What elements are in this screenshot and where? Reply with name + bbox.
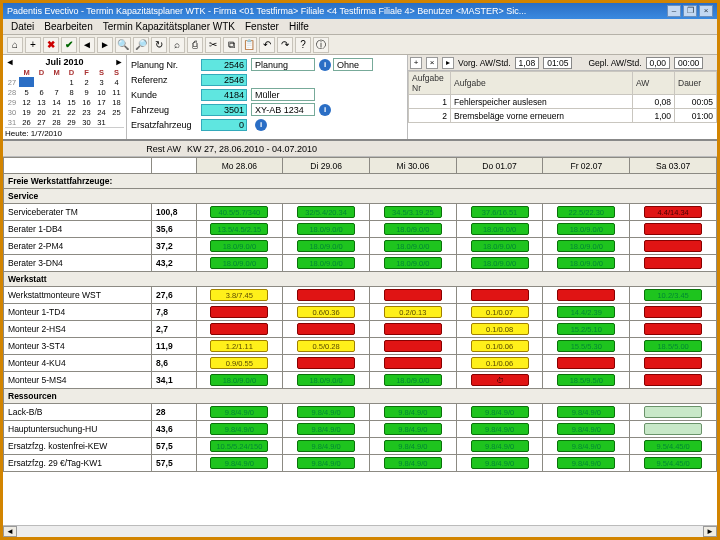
sched-cell[interactable]: 9.8/4.9/0 [456, 404, 543, 421]
cal-day[interactable]: 5 [19, 87, 34, 97]
sched-cell[interactable]: 18.0/9.0/0 [196, 238, 283, 255]
capacity-pill[interactable]: 15.2/5.10 [557, 323, 615, 335]
scroll-left-icon[interactable]: ◄ [3, 526, 17, 537]
plan-field2-0[interactable]: Ohne [333, 58, 373, 71]
capacity-pill[interactable] [644, 223, 702, 235]
sched-cell[interactable]: 0.5/0.28 [283, 338, 370, 355]
x-red-icon[interactable]: ✖ [43, 37, 59, 53]
day-header[interactable]: Di 29.06 [283, 158, 370, 174]
sched-cell[interactable] [283, 355, 370, 372]
capacity-pill[interactable]: 9.8/4.9/0 [384, 440, 442, 452]
day-header[interactable]: Mo 28.06 [196, 158, 283, 174]
menu-bearbeiten[interactable]: Bearbeiten [40, 21, 96, 32]
capacity-pill[interactable]: 9.8/4.9/0 [210, 406, 268, 418]
cal-day[interactable]: 27 [34, 117, 49, 127]
sched-cell[interactable]: 18.0/9.0/0 [283, 372, 370, 389]
menu-datei[interactable]: Datei [7, 21, 38, 32]
help-icon[interactable]: ? [295, 37, 311, 53]
sched-cell[interactable]: 18.0/9.0/0 [369, 221, 456, 238]
menu-fenster[interactable]: Fenster [241, 21, 283, 32]
cal-prev-icon[interactable]: ◄ [5, 57, 15, 67]
sched-cell[interactable]: 15.2/5.10 [543, 321, 630, 338]
capacity-pill[interactable]: 34.5/3.19.25 [384, 206, 442, 218]
sched-cell[interactable]: 9.8/4.9/0 [543, 438, 630, 455]
capacity-pill[interactable] [644, 240, 702, 252]
sched-cell[interactable]: 18.0/9.0/0 [196, 255, 283, 272]
sched-cell[interactable]: 10.5/5.24/150 [196, 438, 283, 455]
capacity-pill[interactable] [644, 257, 702, 269]
cal-day[interactable]: 13 [34, 97, 49, 107]
sched-cell[interactable]: 15.5/5.30 [543, 338, 630, 355]
sched-cell[interactable]: 18.0/9.0/0 [456, 221, 543, 238]
capacity-pill[interactable]: 0.1/0.06 [471, 340, 529, 352]
sched-cell[interactable]: 9.8/4.9/0 [456, 455, 543, 472]
sched-cell[interactable] [283, 321, 370, 338]
cal-day[interactable]: 7 [49, 87, 64, 97]
capacity-pill[interactable] [297, 357, 355, 369]
cal-day[interactable]: 1 [64, 77, 79, 87]
cal-next-icon[interactable]: ► [114, 57, 124, 67]
sched-cell[interactable] [630, 221, 717, 238]
capacity-pill[interactable] [644, 406, 702, 418]
sched-cell[interactable]: 18.0/9.0/0 [369, 372, 456, 389]
plan-field1-0[interactable]: Planung [251, 58, 315, 71]
cal-day[interactable]: 17 [94, 97, 109, 107]
sched-cell[interactable]: ⏱ [456, 372, 543, 389]
capacity-pill[interactable] [557, 357, 615, 369]
redo-icon[interactable]: ↷ [277, 37, 293, 53]
sched-cell[interactable] [543, 355, 630, 372]
task-col-0[interactable]: Aufgabe Nr [409, 72, 451, 95]
sched-cell[interactable]: 9.8/4.9/0 [369, 404, 456, 421]
sched-cell[interactable]: 40.5/5.7/340 [196, 204, 283, 221]
cal-day[interactable]: 31 [94, 117, 109, 127]
sched-cell[interactable] [369, 321, 456, 338]
capacity-pill[interactable]: 9.8/4.9/0 [210, 423, 268, 435]
capacity-pill[interactable]: 9.8/4.9/0 [384, 423, 442, 435]
home-icon[interactable]: ⌂ [7, 37, 23, 53]
capacity-pill[interactable] [210, 306, 268, 318]
capacity-pill[interactable] [471, 289, 529, 301]
h-scrollbar[interactable]: ◄ ► [3, 525, 717, 537]
capacity-pill[interactable]: 10.5/5.24/150 [210, 440, 268, 452]
sched-cell[interactable] [630, 304, 717, 321]
table-row[interactable]: 1Fehlerspeicher auslesen0,0800:05 [409, 95, 717, 109]
cal-day[interactable]: 4 [109, 77, 124, 87]
capacity-pill[interactable]: ⏱ [471, 374, 529, 386]
sched-cell[interactable]: 10.2/3.45 [630, 287, 717, 304]
capacity-pill[interactable]: 9.8/4.9/0 [557, 457, 615, 469]
capacity-pill[interactable]: 0.6/0.36 [297, 306, 355, 318]
capacity-pill[interactable]: 9.8/4.9/0 [297, 440, 355, 452]
capacity-pill[interactable]: 0.1/0.07 [471, 306, 529, 318]
cal-day[interactable]: 12 [19, 97, 34, 107]
sched-cell[interactable]: 9.8/4.9/0 [369, 438, 456, 455]
sched-cell[interactable]: 0.1/0.07 [456, 304, 543, 321]
sched-cell[interactable]: 3.8/7.45 [196, 287, 283, 304]
capacity-pill[interactable]: 9.8/4.9/0 [471, 457, 529, 469]
sched-cell[interactable]: 9.8/4.9/0 [283, 404, 370, 421]
minimize-button[interactable]: – [667, 5, 681, 17]
capacity-pill[interactable]: 22.5/22.30 [557, 206, 615, 218]
sched-cell[interactable]: 18.0/9.0/0 [283, 221, 370, 238]
capacity-pill[interactable]: 0.2/0.13 [384, 306, 442, 318]
sched-cell[interactable]: 18.0/9.0/0 [369, 238, 456, 255]
zoom-out-icon[interactable]: 🔍 [115, 37, 131, 53]
sched-cell[interactable] [196, 321, 283, 338]
sched-cell[interactable]: 0.1/0.08 [456, 321, 543, 338]
capacity-pill[interactable] [384, 340, 442, 352]
cal-today[interactable]: Heute: 1/7/2010 [5, 127, 124, 138]
find-icon[interactable]: ⌕ [169, 37, 185, 53]
sched-cell[interactable]: 9.8/4.9/0 [283, 438, 370, 455]
cal-day[interactable]: 8 [64, 87, 79, 97]
sched-cell[interactable]: 0.6/0.36 [283, 304, 370, 321]
capacity-pill[interactable]: 32/5.4/20.34 [297, 206, 355, 218]
sched-cell[interactable]: 18.0/9.0/0 [196, 372, 283, 389]
day-header[interactable]: Do 01.07 [456, 158, 543, 174]
capacity-pill[interactable]: 18.0/9.0/0 [557, 257, 615, 269]
capacity-pill[interactable]: 9.8/4.9/0 [557, 440, 615, 452]
sched-cell[interactable]: 1.2/1.11 [196, 338, 283, 355]
sched-cell[interactable]: 13.5/4.5/2.15 [196, 221, 283, 238]
cal-day[interactable]: 22 [64, 107, 79, 117]
capacity-pill[interactable]: 18.0/9.0/0 [471, 223, 529, 235]
sched-cell[interactable]: 9.8/4.9/0 [283, 455, 370, 472]
capacity-pill[interactable]: 18.0/9.0/0 [297, 257, 355, 269]
